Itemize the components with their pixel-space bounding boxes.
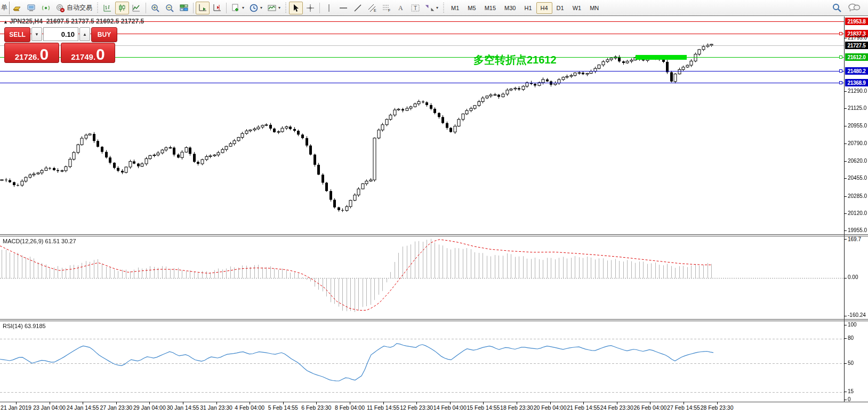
sell-price-box[interactable]: 21726.0 bbox=[4, 43, 59, 63]
line-handle[interactable] bbox=[839, 55, 842, 59]
time-axis-tick bbox=[583, 402, 584, 404]
candlestick-chart-button[interactable] bbox=[115, 2, 129, 14]
templates-button[interactable]: ▾ bbox=[265, 2, 283, 14]
time-axis-tick bbox=[50, 402, 50, 404]
macd-indicator-canvas[interactable] bbox=[0, 236, 844, 320]
line-chart-icon bbox=[132, 3, 141, 13]
pivot-line[interactable] bbox=[0, 57, 844, 58]
terminal-button[interactable] bbox=[25, 2, 38, 14]
time-axis-tick bbox=[283, 402, 284, 404]
periods-button[interactable]: ▾ bbox=[247, 2, 264, 14]
terminal-icon bbox=[27, 3, 36, 13]
auto-scroll-button[interactable] bbox=[196, 2, 210, 14]
toolbar-separator bbox=[319, 3, 320, 13]
fibonacci-button[interactable]: F bbox=[380, 2, 393, 14]
arrows-button[interactable]: ▾ bbox=[423, 2, 440, 14]
line-chart-button[interactable] bbox=[130, 2, 143, 14]
macd-axis-zero: 0.00 bbox=[848, 274, 858, 280]
candlestick-chart-canvas[interactable] bbox=[0, 16, 844, 235]
rsi-axis-label: 50 bbox=[848, 360, 854, 366]
equidistant-channel-button[interactable]: E bbox=[365, 2, 379, 14]
volume-increase-button[interactable]: ▲ bbox=[79, 27, 90, 41]
toolbar-grip bbox=[443, 3, 445, 13]
search-icon[interactable] bbox=[832, 3, 842, 13]
support-line-1[interactable] bbox=[0, 71, 844, 71]
line-handle[interactable] bbox=[839, 32, 842, 35]
vertical-line-button[interactable] bbox=[322, 2, 336, 14]
panel-separator[interactable] bbox=[0, 319, 868, 320]
time-axis-tick bbox=[650, 402, 650, 404]
rsi-axis-label: 80 bbox=[848, 335, 854, 341]
auto-trading-button[interactable]: 自动交易 bbox=[53, 2, 94, 14]
timeframe-button-m5[interactable]: M5 bbox=[463, 2, 480, 14]
zoom-in-button[interactable] bbox=[148, 2, 162, 14]
timeframe-button-m15[interactable]: M15 bbox=[480, 2, 500, 14]
panel-separator[interactable] bbox=[0, 321, 868, 321]
line-handle[interactable] bbox=[839, 81, 842, 84]
timeframe-button-m1[interactable]: M1 bbox=[447, 2, 463, 14]
volume-decrease-button[interactable]: ▼ bbox=[31, 27, 42, 41]
chat-icon[interactable] bbox=[848, 3, 861, 13]
crosshair-button[interactable] bbox=[303, 2, 317, 14]
axis-tick bbox=[844, 278, 847, 278]
price-badge-support-1: 21480.2 bbox=[845, 67, 868, 75]
timeframe-button-d1[interactable]: D1 bbox=[552, 2, 568, 14]
panel-separator[interactable] bbox=[0, 236, 868, 236]
bar-chart-button[interactable] bbox=[101, 2, 115, 14]
trendline-button[interactable] bbox=[351, 2, 365, 14]
time-axis-border bbox=[0, 402, 868, 402]
time-axis-tick bbox=[250, 402, 250, 404]
timeframe-button-h4[interactable]: H4 bbox=[536, 2, 552, 14]
collapse-icon[interactable]: ▲ bbox=[3, 19, 8, 25]
tile-windows-icon bbox=[179, 3, 189, 13]
cursor-button[interactable] bbox=[289, 2, 303, 14]
tile-windows-button[interactable] bbox=[177, 2, 191, 14]
chart-shift-button[interactable] bbox=[210, 2, 224, 14]
price-tick-label: 21125.0 bbox=[848, 105, 866, 111]
zoom-in-icon bbox=[150, 3, 160, 13]
timeframe-button-m30[interactable]: M30 bbox=[500, 2, 520, 14]
text-button[interactable]: A bbox=[394, 2, 408, 14]
axis-tick bbox=[844, 239, 847, 240]
time-axis-label: 15 Feb 14:55 bbox=[467, 404, 500, 411]
candlestick-chart-icon bbox=[117, 3, 127, 13]
time-axis-tick bbox=[116, 402, 117, 404]
horizontal-line-icon bbox=[339, 3, 348, 13]
new-order-button[interactable]: 单 bbox=[1, 2, 10, 14]
dropdown-caret: ▾ bbox=[278, 6, 280, 10]
line-handle[interactable] bbox=[839, 69, 842, 73]
buy-price-box[interactable]: 21749.0 bbox=[61, 43, 115, 63]
pivot-highlight-bar[interactable] bbox=[636, 55, 687, 60]
axis-tick bbox=[844, 316, 847, 316]
signal-button[interactable] bbox=[39, 2, 53, 14]
chart-shift-icon bbox=[212, 3, 222, 13]
svg-text:F: F bbox=[388, 9, 390, 12]
time-axis-label: 30 Jan 14:55 bbox=[167, 404, 199, 411]
dropdown-caret: ▾ bbox=[260, 6, 262, 10]
timeframe-button-w1[interactable]: W1 bbox=[568, 2, 586, 14]
axis-tick bbox=[844, 363, 847, 364]
time-axis-tick bbox=[16, 402, 17, 404]
zoom-out-button[interactable] bbox=[163, 2, 176, 14]
panel-separator[interactable] bbox=[0, 234, 868, 235]
buy-button[interactable]: BUY bbox=[91, 27, 117, 42]
new-chart-button[interactable]: ▾ bbox=[229, 2, 246, 14]
timeframe-button-h1[interactable]: H1 bbox=[520, 2, 536, 14]
text-label-button[interactable]: T bbox=[408, 2, 422, 14]
timeframe-button-mn[interactable]: MN bbox=[585, 2, 603, 14]
sell-button[interactable]: SELL bbox=[4, 27, 30, 42]
time-axis-tick bbox=[316, 402, 317, 404]
sell-price-pip: 0 bbox=[40, 47, 49, 61]
horizontal-line-button[interactable] bbox=[336, 2, 350, 14]
axis-tick bbox=[844, 196, 847, 197]
time-axis-label: 21 Feb 14:55 bbox=[567, 404, 600, 411]
time-axis-label: 26 Feb 04:00 bbox=[633, 404, 666, 411]
rsi-indicator-canvas[interactable] bbox=[0, 321, 844, 401]
market-watch-button[interactable] bbox=[10, 2, 24, 14]
axis-tick bbox=[844, 108, 847, 109]
time-axis-label: 18 Feb 23:30 bbox=[500, 404, 533, 411]
volume-input[interactable]: 0.10 bbox=[43, 27, 78, 41]
resistance-line[interactable] bbox=[0, 34, 844, 34]
rsi-label: RSI(14) 63.9185 bbox=[3, 323, 46, 329]
support-line-2[interactable] bbox=[0, 83, 844, 83]
